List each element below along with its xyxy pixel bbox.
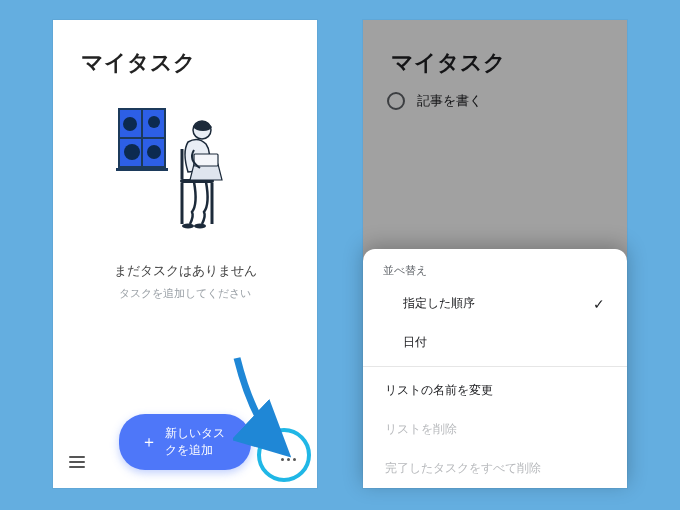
rename-list-item[interactable]: リストの名前を変更 xyxy=(363,371,627,410)
screen-empty-tasks: マイタスク xyxy=(53,20,317,488)
overflow-bottom-sheet: 並べ替え 指定した順序 ✓ 日付 リストの名前を変更 リストを削除 完了したタス… xyxy=(363,249,627,488)
svg-point-16 xyxy=(194,224,206,229)
empty-subtext: タスクを追加してください xyxy=(53,286,317,301)
divider xyxy=(363,366,627,367)
plus-icon: ＋ xyxy=(141,434,157,450)
checkmark-icon: ✓ xyxy=(593,296,605,312)
svg-point-15 xyxy=(182,224,194,229)
sort-option-custom-order[interactable]: 指定した順序 ✓ xyxy=(363,284,627,323)
svg-rect-8 xyxy=(116,168,168,171)
svg-point-4 xyxy=(123,117,137,131)
add-task-button[interactable]: ＋ 新しいタスクを追加 xyxy=(119,414,251,470)
delete-list-item: リストを削除 xyxy=(363,410,627,449)
more-options-button[interactable] xyxy=(269,440,307,478)
svg-point-7 xyxy=(147,145,161,159)
sort-option-label: 指定した順序 xyxy=(403,295,475,312)
page-title: マイタスク xyxy=(53,20,317,86)
svg-point-5 xyxy=(148,116,160,128)
svg-point-6 xyxy=(124,144,140,160)
sort-option-date[interactable]: 日付 xyxy=(363,323,627,362)
empty-illustration xyxy=(53,94,317,244)
svg-rect-14 xyxy=(194,154,218,166)
screen-task-list-overflow: マイタスク 記事を書く 並べ替え 指定した順序 ✓ 日付 リストの名前を変更 リ… xyxy=(363,20,627,488)
empty-heading: まだタスクはありません xyxy=(53,262,317,280)
menu-button[interactable] xyxy=(69,456,85,468)
delete-completed-item: 完了したタスクをすべて削除 xyxy=(363,449,627,488)
add-task-label: 新しいタスクを追加 xyxy=(165,425,229,459)
sort-option-label: 日付 xyxy=(403,334,427,351)
sort-section-label: 並べ替え xyxy=(363,263,627,284)
